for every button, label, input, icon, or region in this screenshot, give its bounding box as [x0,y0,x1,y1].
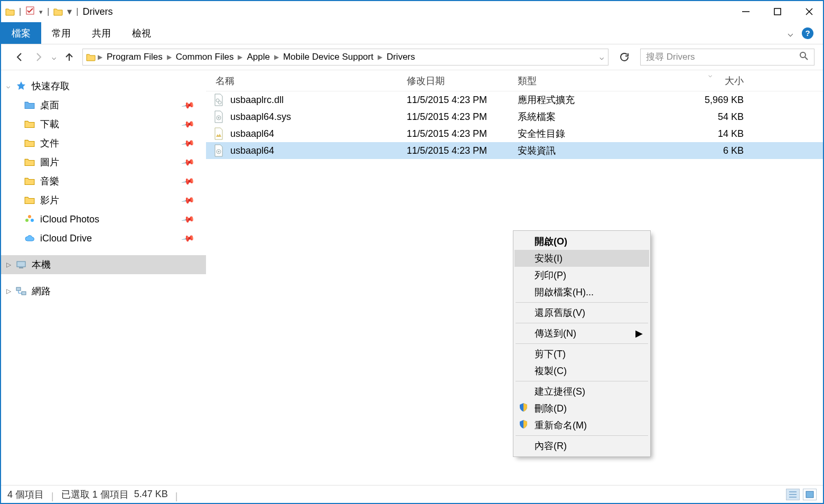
folder-icon [24,119,35,129]
context-menu-separator [516,323,648,323]
address-bar[interactable]: ▶ Program Files ▶ Common Files ▶ Apple ▶… [82,49,608,66]
chevron-down-icon[interactable]: ▾ [67,6,72,17]
view-details-button[interactable] [786,489,800,500]
ctx-open-with[interactable]: 開啟檔案(H)... [514,284,649,301]
ctx-properties[interactable]: 內容(R) [514,437,649,454]
search-icon[interactable] [799,51,809,63]
sidebar-label: iCloud Drive [40,233,92,244]
back-button[interactable] [14,51,25,63]
breadcrumb-item[interactable]: Drivers [383,52,418,62]
file-name: usbaapl64 [230,145,274,156]
ctx-install[interactable]: 安裝(I) [514,250,649,267]
sidebar-item-pictures[interactable]: 圖片📌 [1,153,206,172]
chevron-right-icon[interactable]: ▶ [238,53,242,61]
view-thumbnails-button[interactable] [803,489,817,500]
ctx-create-shortcut[interactable]: 建立捷徑(S) [514,383,649,400]
search-box[interactable] [640,49,814,66]
chevron-right-icon[interactable]: ▶ [98,53,102,61]
file-row[interactable]: usbaapl6411/5/2015 4:23 PM安裝資訊6 KB [206,142,823,159]
file-row[interactable]: usbaapl6411/5/2015 4:23 PM安全性目錄14 KB [206,125,823,142]
ribbon-expand-icon[interactable]: ⌵ [788,27,793,39]
svg-rect-13 [16,287,21,291]
sidebar-quick-access[interactable]: ⌵ 快速存取 [1,77,206,96]
pin-icon: 📌 [181,193,195,207]
svg-rect-24 [806,491,813,498]
svg-point-18 [218,117,220,119]
ribbon-tab-share[interactable]: 共用 [81,22,121,44]
sidebar-label: iCloud Photos [40,214,99,225]
ctx-label: 傳送到(N) [535,327,576,340]
chevron-down-icon[interactable]: ⌵ [6,82,10,90]
ribbon-tab-view[interactable]: 檢視 [121,22,162,44]
sidebar-label: 本機 [32,258,51,271]
navbar: ⌵ ▶ Program Files ▶ Common Files ▶ Apple… [1,44,823,70]
sidebar-network[interactable]: ▷ 網路 [1,282,206,301]
ctx-rename[interactable]: 重新命名(M) [514,417,649,434]
chevron-right-icon[interactable]: ▶ [167,53,172,61]
sidebar-item-icloud-photos[interactable]: iCloud Photos📌 [1,210,206,229]
ribbon-tab-file[interactable]: 檔案 [1,22,41,44]
pin-icon: 📌 [181,174,195,188]
qat-save-icon[interactable] [25,6,35,17]
ctx-send-to[interactable]: 傳送到(N)▶ [514,325,649,342]
up-button[interactable] [63,51,75,63]
ctx-print[interactable]: 列印(P) [514,267,649,284]
breadcrumb-item[interactable]: Apple [244,52,273,62]
maximize-button[interactable] [771,5,784,18]
file-row[interactable]: usbaaplrc.dll11/5/2015 4:23 PM應用程式擴充5,96… [206,91,823,108]
folder-icon [24,138,35,148]
chevron-right-icon[interactable]: ▶ [378,53,382,61]
breadcrumb-item[interactable]: Mobile Device Support [280,52,377,62]
svg-line-6 [805,57,808,60]
ctx-label: 重新命名(M) [535,419,587,432]
qat-chevron-icon[interactable]: ▾ [39,8,43,16]
refresh-button[interactable] [616,49,633,66]
separator: | [175,491,178,498]
sidebar-this-pc[interactable]: ▷ 本機 [1,255,206,274]
sidebar-item-music[interactable]: 音樂📌 [1,172,206,191]
folder-icon [24,176,35,186]
breadcrumb-item[interactable]: Program Files [104,52,166,62]
ribbon-tab-home[interactable]: 常用 [41,22,81,44]
column-header-date[interactable]: 修改日期 [407,74,518,87]
svg-point-8 [28,215,31,218]
file-size: 5,969 KB [676,95,750,106]
chevron-right-icon[interactable]: ▶ [274,53,279,61]
titlebar: | ▾ | ▾ | Drivers [1,1,823,22]
forward-button[interactable] [33,51,44,63]
column-header-name[interactable]: 名稱 [206,74,407,87]
column-header-size[interactable]: 大小⌵ [676,74,750,87]
sidebar-item-icloud-drive[interactable]: iCloud Drive📌 [1,229,206,248]
chevron-right-icon[interactable]: ▷ [6,287,11,295]
pin-icon: 📌 [181,212,195,226]
ctx-open[interactable]: 開啟(O) [514,233,649,250]
ctx-restore[interactable]: 還原舊版(V) [514,304,649,321]
svg-rect-12 [19,267,23,268]
svg-rect-2 [774,8,781,15]
close-button[interactable] [803,5,816,18]
ctx-delete[interactable]: 刪除(D) [514,400,649,417]
search-input[interactable] [646,52,799,62]
sidebar-item-documents[interactable]: 文件📌 [1,134,206,153]
ctx-cut[interactable]: 剪下(T) [514,346,649,362]
sidebar-item-videos[interactable]: 影片📌 [1,191,206,210]
sidebar-item-desktop[interactable]: 桌面📌 [1,96,206,115]
recent-chevron-icon[interactable]: ⌵ [52,53,56,61]
file-icon [213,94,224,106]
ctx-copy[interactable]: 複製(C) [514,362,649,379]
svg-point-10 [25,219,29,222]
svg-rect-11 [17,262,25,267]
separator: | [76,7,78,16]
file-row[interactable]: usbaapl64.sys11/5/2015 4:23 PM系統檔案54 KB [206,108,823,125]
help-icon[interactable]: ? [802,27,813,39]
sidebar-item-downloads[interactable]: 下載📌 [1,115,206,134]
chevron-right-icon[interactable]: ▷ [6,261,11,268]
minimize-button[interactable] [739,5,752,18]
folder-icon [24,195,35,205]
address-chevron-icon[interactable]: ⌵ [600,53,606,61]
file-date: 11/5/2015 4:23 PM [407,111,518,123]
breadcrumb-item[interactable]: Common Files [173,52,237,62]
separator: | [47,7,49,16]
column-header-type[interactable]: 類型 [518,74,676,87]
separator: | [19,7,21,16]
